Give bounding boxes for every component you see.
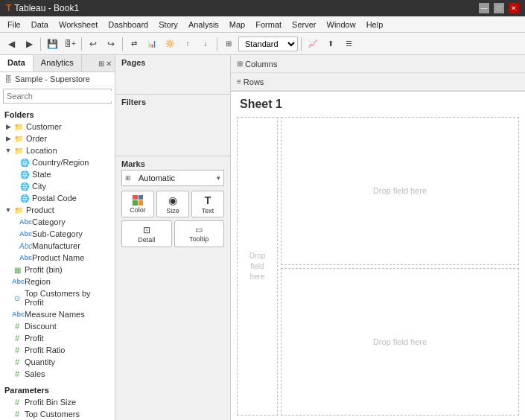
tab-analytics[interactable]: Analytics	[34, 55, 82, 71]
marks-size-btn[interactable]: ◉ Size	[156, 191, 189, 217]
panel-close-btn[interactable]: ✕	[106, 60, 112, 68]
field-profitbin[interactable]: ▦ Profit (bin)	[0, 264, 115, 276]
field-profitratio[interactable]: # Profit Ratio	[0, 344, 115, 356]
share-button[interactable]: ⬆	[322, 36, 339, 52]
field-sales[interactable]: # Sales	[0, 368, 115, 380]
drop-zone-bottom-right[interactable]: Drop field here	[281, 268, 519, 416]
menu-analysis[interactable]: Analysis	[184, 19, 223, 31]
size-label: Size	[166, 207, 179, 214]
menu-format[interactable]: Format	[251, 19, 286, 31]
parameters-label: Parameters	[0, 383, 115, 396]
marks-section: Marks ⊞ Automatic ▾	[115, 156, 230, 420]
field-subcategory[interactable]: Abc Sub-Category	[0, 228, 115, 240]
folder-order[interactable]: ▶ 📁 Order	[0, 133, 115, 144]
minimize-button[interactable]: —	[479, 3, 489, 13]
redo-button[interactable]: ↪	[103, 36, 119, 52]
field-country[interactable]: 🌐 Country/Region	[0, 156, 115, 168]
maximize-button[interactable]: □	[494, 3, 504, 13]
save-button[interactable]: 💾	[44, 36, 60, 52]
folder-icon: 📁	[13, 135, 24, 143]
geo-icon: 🌐	[19, 182, 30, 191]
sort-asc-button[interactable]: ↑	[179, 36, 196, 52]
menu-window[interactable]: Window	[322, 19, 360, 31]
menu-story[interactable]: Story	[154, 19, 182, 31]
folder-location[interactable]: ▼ 📁 Location	[0, 144, 115, 156]
field-quantity[interactable]: # Quantity	[0, 356, 115, 368]
set-icon: ⊙	[12, 294, 22, 302]
field-manufacturer[interactable]: Abc Manufacturer	[0, 240, 115, 252]
columns-icon: ⊞	[237, 60, 243, 68]
menu-data[interactable]: Data	[27, 19, 53, 31]
field-manufacturer-label: Manufacturer	[32, 241, 80, 250]
field-topcustomers[interactable]: ⊙ Top Customers by Profit	[0, 287, 115, 308]
marks-detail-btn[interactable]: ⊡ Detail	[121, 220, 172, 247]
close-button[interactable]: ✕	[509, 3, 519, 13]
hash-icon: #	[12, 322, 22, 331]
folder-product[interactable]: ▼ 📁 Product	[0, 204, 115, 216]
field-region[interactable]: Abc Region	[0, 276, 115, 287]
field-measurenames[interactable]: Abc Measure Names	[0, 308, 115, 320]
marks-text-btn[interactable]: T Text	[191, 191, 224, 217]
hash-icon: #	[12, 346, 22, 354]
detail-icon: ⊡	[143, 225, 150, 235]
datasource-header: 🗄 Sample - Superstore	[0, 72, 115, 86]
field-discount[interactable]: # Discount	[0, 320, 115, 332]
highlight-button[interactable]: 🔆	[162, 36, 178, 52]
panel-options-btn[interactable]: ⊞	[98, 60, 104, 68]
field-state[interactable]: 🌐 State	[0, 168, 115, 180]
field-category[interactable]: Abc Category	[0, 216, 115, 228]
field-postal[interactable]: 🌐 Postal Code	[0, 192, 115, 204]
abc-icon: Abc	[12, 311, 22, 318]
rows-content[interactable]	[290, 74, 525, 89]
field-quantity-label: Quantity	[25, 357, 55, 366]
title-bar: T Tableau - Book1 — □ ✕	[0, 0, 525, 16]
menu-file[interactable]: File	[3, 19, 25, 31]
hash-icon: #	[12, 369, 22, 378]
drop-left-text: Dropfieldhere	[249, 251, 266, 282]
field-profit[interactable]: # Profit	[0, 332, 115, 344]
tab-data[interactable]: Data	[0, 55, 34, 71]
menu-map[interactable]: Map	[225, 19, 249, 31]
drop-zone-top-right[interactable]: Drop field here	[281, 117, 519, 265]
search-input[interactable]	[4, 91, 112, 101]
search-container: 🔍 ⊞	[3, 89, 112, 104]
show-me-button[interactable]: 📊	[144, 36, 160, 52]
marks-tooltip-btn[interactable]: ▭ Tooltip	[174, 220, 225, 247]
drop-zone-left[interactable]: Dropfieldhere	[237, 117, 278, 416]
field-city[interactable]: 🌐 City	[0, 180, 115, 192]
field-region-label: Region	[25, 277, 51, 286]
sort-desc-button[interactable]: ↓	[197, 36, 214, 52]
field-productname[interactable]: Abc Product Name	[0, 252, 115, 264]
marks-type-icon: ⊞	[122, 174, 134, 182]
field-topcustomers-label: Top Customers by Profit	[25, 289, 112, 307]
back-button[interactable]: ◀	[3, 36, 19, 52]
columns-shelf: ⊞ Columns	[231, 55, 525, 73]
fit-dropdown[interactable]: Standard	[238, 36, 298, 51]
fit-standard-button[interactable]: ⊞	[220, 36, 237, 52]
folder-product-label: Product	[26, 206, 54, 214]
forward-button[interactable]: ▶	[21, 36, 37, 52]
columns-content[interactable]	[290, 57, 525, 71]
undo-button[interactable]: ↩	[85, 36, 101, 52]
menu-dashboard[interactable]: Dashboard	[104, 19, 153, 31]
marks-color-btn[interactable]: Color	[121, 191, 154, 217]
menu-help[interactable]: Help	[362, 19, 388, 31]
field-postal-label: Postal Code	[32, 194, 77, 203]
swap-button[interactable]: ⇄	[126, 36, 142, 52]
tooltip-label: Tooltip	[189, 235, 209, 243]
toolbar-sep-3	[122, 37, 123, 51]
folder-customer[interactable]: ▶ 📁 Customer	[0, 121, 115, 133]
param-topcustomers[interactable]: # Top Customers	[0, 408, 115, 420]
app-icon: T	[6, 3, 11, 13]
param-profitbinsize[interactable]: # Profit Bin Size	[0, 396, 115, 408]
hash-icon: #	[12, 410, 22, 419]
marks-type-dropdown[interactable]: ⊞ Automatic ▾	[121, 170, 224, 186]
menu-server[interactable]: Server	[287, 19, 320, 31]
show-me-icon[interactable]: 📈	[305, 36, 321, 52]
left-panel: Data Analytics ⊞ ✕ 🗄 Sample - Superstore…	[0, 55, 115, 420]
tooltip-icon: ▭	[195, 225, 203, 235]
menu-worksheet[interactable]: Worksheet	[54, 19, 102, 31]
more-button[interactable]: ☰	[340, 36, 357, 52]
add-datasource-button[interactable]: 🗄+	[62, 36, 78, 52]
field-discount-label: Discount	[25, 322, 57, 331]
